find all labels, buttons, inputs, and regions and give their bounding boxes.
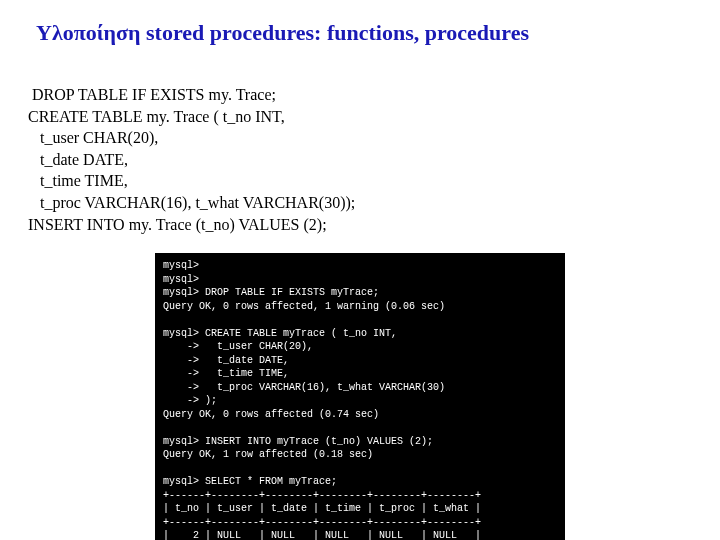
term-line: mysql> INSERT INTO myTrace (t_no) VALUES…	[163, 436, 433, 447]
term-line: -> t_proc VARCHAR(16), t_what VARCHAR(30…	[163, 382, 445, 393]
sql-line: t_proc VARCHAR(16), t_what VARCHAR(30));	[28, 192, 692, 214]
terminal-output: mysql> mysql> mysql> DROP TABLE IF EXIST…	[155, 253, 565, 540]
term-line: -> t_user CHAR(20),	[163, 341, 313, 352]
sql-code-block: DROP TABLE IF EXISTS my. Trace; CREATE T…	[28, 84, 692, 235]
sql-line: t_date DATE,	[28, 149, 692, 171]
term-line: -> t_date DATE,	[163, 355, 289, 366]
sql-line: CREATE TABLE my. Trace ( t_no INT,	[28, 106, 692, 128]
terminal-container: mysql> mysql> mysql> DROP TABLE IF EXIST…	[28, 253, 692, 540]
slide: Υλοποίηση stored procedures: functions, …	[0, 0, 720, 540]
term-line: mysql> DROP TABLE IF EXISTS myTrace;	[163, 287, 379, 298]
term-line: mysql>	[163, 260, 199, 271]
term-line: Query OK, 0 rows affected (0.74 sec)	[163, 409, 379, 420]
sql-line: t_time TIME,	[28, 170, 692, 192]
sql-line: DROP TABLE IF EXISTS my. Trace;	[28, 84, 692, 106]
term-line: | t_no | t_user | t_date | t_time | t_pr…	[163, 503, 481, 514]
slide-title: Υλοποίηση stored procedures: functions, …	[36, 20, 692, 46]
term-line: -> );	[163, 395, 217, 406]
term-line: mysql> SELECT * FROM myTrace;	[163, 476, 337, 487]
sql-line: t_user CHAR(20),	[28, 127, 692, 149]
term-line: | 2 | NULL | NULL | NULL | NULL | NULL |	[163, 530, 481, 540]
term-line: Query OK, 0 rows affected, 1 warning (0.…	[163, 301, 445, 312]
term-line: +------+--------+--------+--------+-----…	[163, 490, 481, 501]
term-line: mysql>	[163, 274, 199, 285]
term-line: mysql> CREATE TABLE myTrace ( t_no INT,	[163, 328, 397, 339]
term-line: Query OK, 1 row affected (0.18 sec)	[163, 449, 373, 460]
term-line: +------+--------+--------+--------+-----…	[163, 517, 481, 528]
sql-line: INSERT INTO my. Trace (t_no) VALUES (2);	[28, 214, 692, 236]
term-line: -> t_time TIME,	[163, 368, 289, 379]
